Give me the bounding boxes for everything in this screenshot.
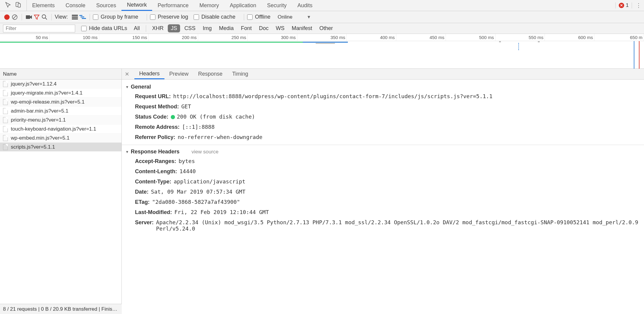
svg-line-6 (45, 18, 47, 20)
network-overview-timeline[interactable]: 50 ms100 ms150 ms200 ms250 ms300 ms350 m… (0, 34, 644, 69)
header-value: 14440 (179, 168, 196, 174)
filter-icon[interactable] (33, 13, 41, 21)
detail-tab-preview[interactable]: Preview (164, 69, 193, 79)
type-filter-ws[interactable]: WS (273, 24, 287, 32)
type-filter-media[interactable]: Media (216, 24, 237, 32)
panel-tab-sources[interactable]: Sources (91, 0, 121, 11)
type-filter-other[interactable]: Other (316, 24, 336, 32)
status-dot-icon (171, 115, 175, 119)
status-bar: 8 / 21 requests | 0 B / 20.9 KB transfer… (0, 304, 122, 314)
svg-rect-7 (72, 15, 78, 16)
file-icon (3, 117, 8, 123)
detail-tab-headers[interactable]: Headers (134, 69, 164, 79)
waterfall-icon[interactable] (79, 13, 87, 21)
timeline-tick: 100 ms (50, 34, 99, 41)
panel-tab-network[interactable]: Network (121, 0, 152, 11)
detail-tab-timing[interactable]: Timing (227, 69, 253, 79)
throttling-select[interactable]: Online (278, 14, 293, 20)
type-filter-js[interactable]: JS (168, 24, 180, 32)
network-filter-bar: Hide data URLs AllXHRJSCSSImgMediaFontDo… (0, 23, 644, 34)
general-section-header[interactable]: ▼ General (122, 83, 644, 91)
record-button[interactable] (3, 13, 11, 21)
request-row[interactable]: admin-bar.min.js?ver=5.1 (0, 107, 121, 116)
request-row[interactable]: scripts.js?ver=5.1.1 (0, 143, 121, 152)
request-row[interactable]: priority-menu.js?ver=1.1 (0, 116, 121, 125)
header-key: Content-Length: (135, 168, 177, 175)
svg-rect-10 (79, 15, 82, 16)
request-name: wp-emoji-release.min.js?ver=5.1 (11, 99, 84, 105)
view-source-link[interactable]: view source (192, 149, 219, 155)
camera-icon[interactable] (25, 13, 33, 21)
error-counter[interactable]: ✕ 1 (615, 2, 632, 8)
type-filter-doc[interactable]: Doc (256, 24, 271, 32)
timeline-tick: 450 ms (396, 34, 446, 41)
devtools-top-bar: ElementsConsoleSourcesNetworkPerformance… (0, 0, 644, 11)
details-tab-bar: ✕ HeadersPreviewResponseTiming (122, 69, 644, 80)
close-details-icon[interactable]: ✕ (125, 71, 131, 77)
request-list-header[interactable]: Name (0, 69, 121, 80)
type-filter-manifest[interactable]: Manifest (289, 24, 315, 32)
response-headers-section-header[interactable]: ▼ Response Headers view source (122, 147, 644, 156)
timeline-tick: 500 ms (446, 34, 495, 41)
request-name: jquery.js?ver=1.12.4 (11, 81, 57, 87)
file-icon (3, 81, 8, 87)
svg-rect-4 (26, 15, 30, 19)
file-icon (3, 90, 8, 96)
preserve-log-checkbox[interactable]: Preserve log (150, 14, 188, 20)
disable-cache-checkbox[interactable]: Disable cache (194, 14, 235, 20)
timeline-tick: 200 ms (149, 34, 198, 41)
referrer-policy-value: no-referrer-when-downgrade (178, 134, 262, 140)
search-icon[interactable] (41, 13, 48, 21)
network-toolbar: View: Group by frame Preserve log Disabl… (0, 11, 644, 23)
hide-data-urls-checkbox[interactable]: Hide data URLs (81, 25, 127, 32)
devtools-panel-tabs: ElementsConsoleSourcesNetworkPerformance… (27, 0, 318, 11)
resource-type-filters: AllXHRJSCSSImgMediaFontDocWSManifestOthe… (130, 24, 336, 32)
view-label: View: (55, 14, 68, 20)
request-name: touch-keyboard-navigation.js?ver=1.1 (11, 126, 96, 132)
header-key: Content-Type: (135, 179, 171, 185)
clear-button[interactable] (11, 13, 19, 21)
request-name: admin-bar.min.js?ver=5.1 (11, 108, 68, 114)
group-by-frame-checkbox[interactable]: Group by frame (93, 14, 138, 20)
request-method-value: GET (181, 103, 191, 110)
type-filter-font[interactable]: Font (238, 24, 255, 32)
request-row[interactable]: touch-keyboard-navigation.js?ver=1.1 (0, 125, 121, 134)
error-badge-icon: ✕ (619, 3, 624, 8)
panel-tab-console[interactable]: Console (60, 0, 91, 11)
disclosure-triangle-icon: ▼ (125, 150, 129, 154)
request-details-panel: ✕ HeadersPreviewResponseTiming ▼ General… (122, 69, 644, 304)
svg-rect-8 (72, 17, 78, 18)
request-row[interactable]: jquery-migrate.min.js?ver=1.4.1 (0, 89, 121, 98)
file-icon (3, 144, 8, 150)
file-icon (3, 99, 8, 105)
panel-tab-elements[interactable]: Elements (27, 0, 60, 11)
detail-tab-response[interactable]: Response (193, 69, 227, 79)
large-rows-icon[interactable] (71, 13, 79, 21)
request-row[interactable]: wp-emoji-release.min.js?ver=5.1 (0, 98, 121, 107)
filter-input[interactable] (3, 25, 75, 32)
type-filter-all[interactable]: All (131, 24, 143, 32)
device-toggle-icon[interactable] (13, 2, 23, 10)
svg-point-5 (42, 15, 46, 18)
header-key: Accept-Ranges: (135, 158, 176, 165)
request-row[interactable]: wp-embed.min.js?ver=5.1 (0, 134, 121, 143)
panel-tab-security[interactable]: Security (262, 0, 292, 11)
svg-rect-12 (82, 18, 86, 19)
inspect-element-icon[interactable] (3, 2, 13, 10)
type-filter-xhr[interactable]: XHR (149, 24, 167, 32)
panel-tab-application[interactable]: Application (224, 0, 262, 11)
header-value: "2da080-3868-5827a7af43900" (152, 199, 240, 205)
type-filter-img[interactable]: Img (200, 24, 215, 32)
request-row[interactable]: jquery.js?ver=1.12.4 (0, 80, 121, 89)
type-filter-css[interactable]: CSS (181, 24, 198, 32)
more-options-icon[interactable]: ⋮ (635, 2, 642, 9)
timeline-tick: 350 ms (297, 34, 347, 41)
panel-tab-performance[interactable]: Performance (152, 0, 194, 11)
header-value: Fri, 22 Feb 2019 12:10:44 GMT (174, 209, 269, 215)
offline-checkbox[interactable]: Offline (247, 14, 271, 20)
chevron-down-icon[interactable]: ▾ (308, 14, 310, 20)
header-value: Apache/2.2.34 (Unix) mod_wsgi/3.5 Python… (156, 219, 640, 232)
panel-tab-audits[interactable]: Audits (292, 0, 318, 11)
timeline-tick: 400 ms (347, 34, 396, 41)
panel-tab-memory[interactable]: Memory (194, 0, 224, 11)
